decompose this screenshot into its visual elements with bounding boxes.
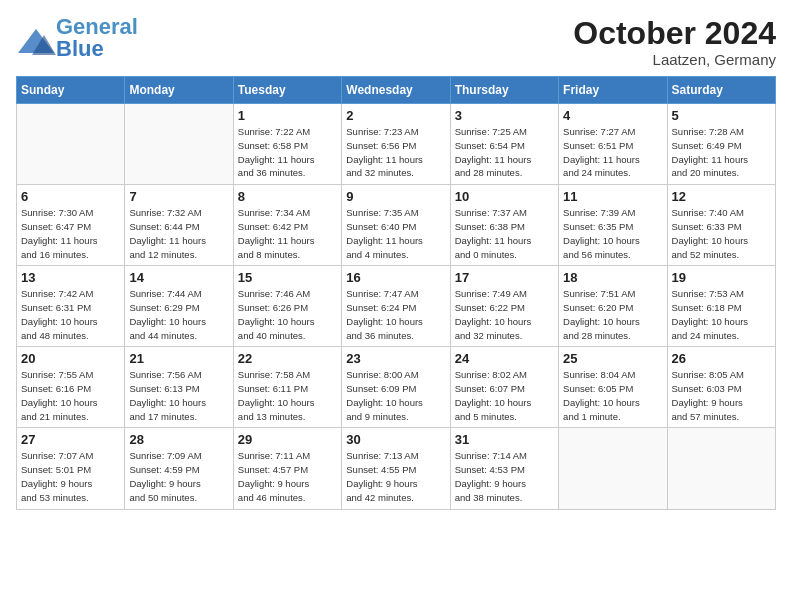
logo-icon [16,27,52,49]
day-info: Sunrise: 7:40 AM Sunset: 6:33 PM Dayligh… [672,206,771,261]
day-cell: 29Sunrise: 7:11 AM Sunset: 4:57 PM Dayli… [233,428,341,509]
day-cell [125,104,233,185]
day-number: 2 [346,108,445,123]
day-cell: 9Sunrise: 7:35 AM Sunset: 6:40 PM Daylig… [342,185,450,266]
day-info: Sunrise: 7:13 AM Sunset: 4:55 PM Dayligh… [346,449,445,504]
day-info: Sunrise: 8:00 AM Sunset: 6:09 PM Dayligh… [346,368,445,423]
day-cell: 14Sunrise: 7:44 AM Sunset: 6:29 PM Dayli… [125,266,233,347]
day-info: Sunrise: 7:46 AM Sunset: 6:26 PM Dayligh… [238,287,337,342]
day-number: 20 [21,351,120,366]
day-number: 7 [129,189,228,204]
month-title: October 2024 [573,16,776,51]
header-thursday: Thursday [450,77,558,104]
day-cell: 8Sunrise: 7:34 AM Sunset: 6:42 PM Daylig… [233,185,341,266]
day-info: Sunrise: 7:53 AM Sunset: 6:18 PM Dayligh… [672,287,771,342]
day-number: 6 [21,189,120,204]
day-cell: 5Sunrise: 7:28 AM Sunset: 6:49 PM Daylig… [667,104,775,185]
day-cell: 28Sunrise: 7:09 AM Sunset: 4:59 PM Dayli… [125,428,233,509]
day-cell: 11Sunrise: 7:39 AM Sunset: 6:35 PM Dayli… [559,185,667,266]
day-info: Sunrise: 7:58 AM Sunset: 6:11 PM Dayligh… [238,368,337,423]
day-info: Sunrise: 7:32 AM Sunset: 6:44 PM Dayligh… [129,206,228,261]
day-number: 26 [672,351,771,366]
day-info: Sunrise: 7:09 AM Sunset: 4:59 PM Dayligh… [129,449,228,504]
day-cell: 22Sunrise: 7:58 AM Sunset: 6:11 PM Dayli… [233,347,341,428]
day-number: 28 [129,432,228,447]
week-row-3: 13Sunrise: 7:42 AM Sunset: 6:31 PM Dayli… [17,266,776,347]
week-row-4: 20Sunrise: 7:55 AM Sunset: 6:16 PM Dayli… [17,347,776,428]
day-number: 27 [21,432,120,447]
day-number: 9 [346,189,445,204]
day-cell: 19Sunrise: 7:53 AM Sunset: 6:18 PM Dayli… [667,266,775,347]
page-container: General Blue October 2024 Laatzen, Germa… [0,0,792,520]
calendar-table: Sunday Monday Tuesday Wednesday Thursday… [16,76,776,509]
day-info: Sunrise: 8:02 AM Sunset: 6:07 PM Dayligh… [455,368,554,423]
day-number: 22 [238,351,337,366]
day-number: 21 [129,351,228,366]
day-cell: 15Sunrise: 7:46 AM Sunset: 6:26 PM Dayli… [233,266,341,347]
day-number: 10 [455,189,554,204]
day-info: Sunrise: 8:05 AM Sunset: 6:03 PM Dayligh… [672,368,771,423]
day-info: Sunrise: 7:49 AM Sunset: 6:22 PM Dayligh… [455,287,554,342]
day-number: 11 [563,189,662,204]
day-cell: 1Sunrise: 7:22 AM Sunset: 6:58 PM Daylig… [233,104,341,185]
day-number: 29 [238,432,337,447]
day-number: 14 [129,270,228,285]
day-info: Sunrise: 7:25 AM Sunset: 6:54 PM Dayligh… [455,125,554,180]
day-info: Sunrise: 7:47 AM Sunset: 6:24 PM Dayligh… [346,287,445,342]
day-cell: 3Sunrise: 7:25 AM Sunset: 6:54 PM Daylig… [450,104,558,185]
week-row-1: 1Sunrise: 7:22 AM Sunset: 6:58 PM Daylig… [17,104,776,185]
day-info: Sunrise: 7:44 AM Sunset: 6:29 PM Dayligh… [129,287,228,342]
header-monday: Monday [125,77,233,104]
day-info: Sunrise: 7:37 AM Sunset: 6:38 PM Dayligh… [455,206,554,261]
day-info: Sunrise: 7:27 AM Sunset: 6:51 PM Dayligh… [563,125,662,180]
day-number: 4 [563,108,662,123]
day-number: 5 [672,108,771,123]
day-cell: 10Sunrise: 7:37 AM Sunset: 6:38 PM Dayli… [450,185,558,266]
day-info: Sunrise: 7:07 AM Sunset: 5:01 PM Dayligh… [21,449,120,504]
day-cell: 2Sunrise: 7:23 AM Sunset: 6:56 PM Daylig… [342,104,450,185]
day-number: 30 [346,432,445,447]
day-info: Sunrise: 7:39 AM Sunset: 6:35 PM Dayligh… [563,206,662,261]
day-info: Sunrise: 7:42 AM Sunset: 6:31 PM Dayligh… [21,287,120,342]
day-info: Sunrise: 7:22 AM Sunset: 6:58 PM Dayligh… [238,125,337,180]
day-info: Sunrise: 7:56 AM Sunset: 6:13 PM Dayligh… [129,368,228,423]
day-cell [667,428,775,509]
day-cell: 27Sunrise: 7:07 AM Sunset: 5:01 PM Dayli… [17,428,125,509]
page-header: General Blue October 2024 Laatzen, Germa… [16,16,776,68]
day-cell: 26Sunrise: 8:05 AM Sunset: 6:03 PM Dayli… [667,347,775,428]
week-row-2: 6Sunrise: 7:30 AM Sunset: 6:47 PM Daylig… [17,185,776,266]
day-number: 12 [672,189,771,204]
title-area: October 2024 Laatzen, Germany [573,16,776,68]
day-cell: 17Sunrise: 7:49 AM Sunset: 6:22 PM Dayli… [450,266,558,347]
day-cell: 13Sunrise: 7:42 AM Sunset: 6:31 PM Dayli… [17,266,125,347]
header-tuesday: Tuesday [233,77,341,104]
day-number: 19 [672,270,771,285]
day-info: Sunrise: 8:04 AM Sunset: 6:05 PM Dayligh… [563,368,662,423]
day-info: Sunrise: 7:11 AM Sunset: 4:57 PM Dayligh… [238,449,337,504]
day-cell: 23Sunrise: 8:00 AM Sunset: 6:09 PM Dayli… [342,347,450,428]
day-info: Sunrise: 7:51 AM Sunset: 6:20 PM Dayligh… [563,287,662,342]
header-wednesday: Wednesday [342,77,450,104]
day-cell: 18Sunrise: 7:51 AM Sunset: 6:20 PM Dayli… [559,266,667,347]
day-info: Sunrise: 7:30 AM Sunset: 6:47 PM Dayligh… [21,206,120,261]
day-cell: 12Sunrise: 7:40 AM Sunset: 6:33 PM Dayli… [667,185,775,266]
day-info: Sunrise: 7:14 AM Sunset: 4:53 PM Dayligh… [455,449,554,504]
day-number: 18 [563,270,662,285]
day-number: 16 [346,270,445,285]
day-cell: 24Sunrise: 8:02 AM Sunset: 6:07 PM Dayli… [450,347,558,428]
logo: General Blue [16,16,138,60]
day-cell: 21Sunrise: 7:56 AM Sunset: 6:13 PM Dayli… [125,347,233,428]
day-number: 23 [346,351,445,366]
day-info: Sunrise: 7:28 AM Sunset: 6:49 PM Dayligh… [672,125,771,180]
day-cell: 30Sunrise: 7:13 AM Sunset: 4:55 PM Dayli… [342,428,450,509]
week-row-5: 27Sunrise: 7:07 AM Sunset: 5:01 PM Dayli… [17,428,776,509]
day-cell: 4Sunrise: 7:27 AM Sunset: 6:51 PM Daylig… [559,104,667,185]
day-number: 15 [238,270,337,285]
day-cell [17,104,125,185]
day-cell: 6Sunrise: 7:30 AM Sunset: 6:47 PM Daylig… [17,185,125,266]
day-number: 25 [563,351,662,366]
day-cell [559,428,667,509]
day-info: Sunrise: 7:55 AM Sunset: 6:16 PM Dayligh… [21,368,120,423]
header-friday: Friday [559,77,667,104]
day-cell: 16Sunrise: 7:47 AM Sunset: 6:24 PM Dayli… [342,266,450,347]
